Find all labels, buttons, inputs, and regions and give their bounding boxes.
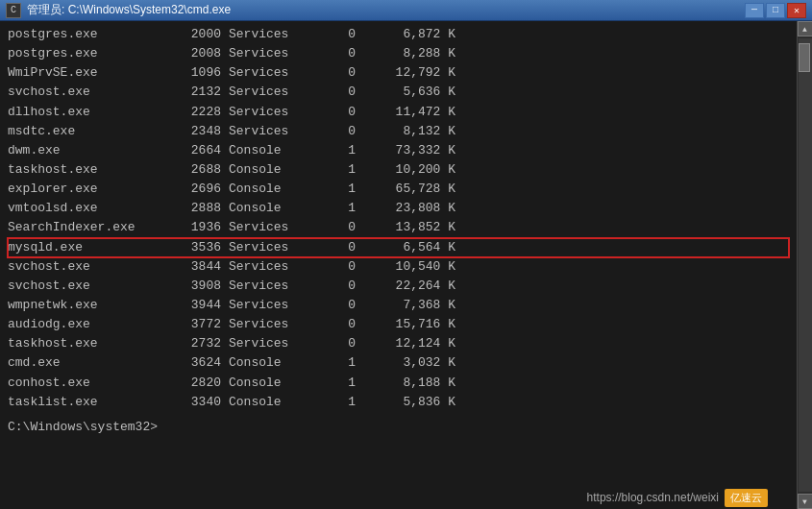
process-mem: 5,636 K — [363, 83, 459, 102]
process-list: postgres.exe 2000 Services 0 6,872 K pos… — [8, 25, 789, 412]
watermark-logo: 亿速云 — [725, 489, 768, 507]
scroll-thumb[interactable] — [799, 43, 810, 72]
process-pid: 2732 — [161, 334, 229, 353]
process-name: cmd.exe — [8, 353, 161, 373]
process-name: audiodg.exe — [8, 315, 161, 334]
table-row: taskhost.exe 2732 Services 0 12,124 K — [8, 334, 789, 353]
process-num: 1 — [325, 374, 363, 393]
table-row: wmpnetwk.exe 3944 Services 0 7,368 K — [8, 296, 789, 315]
process-session: Console — [229, 374, 325, 393]
process-num: 0 — [325, 122, 363, 141]
process-session: Console — [229, 199, 325, 218]
window-controls[interactable]: ─ □ ✕ — [745, 3, 806, 18]
minimize-button[interactable]: ─ — [745, 3, 764, 18]
scroll-up-arrow[interactable]: ▲ — [798, 21, 813, 36]
process-name: postgres.exe — [8, 44, 161, 63]
title-bar-left: C 管理员: C:\Windows\System32\cmd.exe — [6, 2, 231, 18]
process-num: 0 — [325, 296, 363, 315]
process-session: Console — [229, 180, 325, 199]
table-row: SearchIndexer.exe 1936 Services 0 13,852… — [8, 218, 789, 237]
process-pid: 3536 — [161, 238, 229, 257]
process-session: Services — [229, 44, 325, 63]
process-pid: 1096 — [161, 63, 229, 83]
process-num: 0 — [325, 334, 363, 353]
table-row: postgres.exe 2008 Services 0 8,288 K — [8, 44, 789, 63]
process-name: dllhost.exe — [8, 103, 161, 122]
process-name: conhost.exe — [8, 374, 161, 393]
table-row: msdtc.exe 2348 Services 0 8,132 K — [8, 122, 789, 141]
process-pid: 2348 — [161, 122, 229, 141]
table-row: svchost.exe 3844 Services 0 10,540 K — [8, 257, 789, 277]
scroll-down-arrow[interactable]: ▼ — [798, 494, 813, 509]
process-session: Services — [229, 277, 325, 296]
process-mem: 22,264 K — [363, 277, 459, 296]
table-row: dllhost.exe 2228 Services 0 11,472 K — [8, 103, 789, 122]
process-pid: 2228 — [161, 103, 229, 122]
process-mem: 10,540 K — [363, 257, 459, 277]
process-mem: 15,716 K — [363, 315, 459, 334]
process-pid: 2000 — [161, 25, 229, 44]
table-row: svchost.exe 2132 Services 0 5,636 K — [8, 83, 789, 102]
scroll-track[interactable] — [799, 38, 812, 492]
table-row: explorer.exe 2696 Console 1 65,728 K — [8, 180, 789, 199]
process-num: 0 — [325, 103, 363, 122]
process-name: wmpnetwk.exe — [8, 296, 161, 315]
table-row: mysqld.exe 3536 Services 0 6,564 K — [8, 238, 789, 257]
process-num: 1 — [325, 160, 363, 180]
cmd-icon: C — [6, 3, 21, 18]
maximize-button[interactable]: □ — [766, 3, 785, 18]
process-mem: 23,808 K — [363, 199, 459, 218]
process-name: WmiPrvSE.exe — [8, 63, 161, 83]
process-session: Services — [229, 103, 325, 122]
process-name: svchost.exe — [8, 83, 161, 102]
process-pid: 2664 — [161, 141, 229, 160]
process-mem: 11,472 K — [363, 103, 459, 122]
process-num: 1 — [325, 180, 363, 199]
process-name: vmtoolsd.exe — [8, 199, 161, 218]
table-row: vmtoolsd.exe 2888 Console 1 23,808 K — [8, 199, 789, 218]
process-num: 1 — [325, 393, 363, 412]
process-name: taskhost.exe — [8, 160, 161, 180]
process-session: Console — [229, 160, 325, 180]
process-session: Services — [229, 122, 325, 141]
process-mem: 13,852 K — [363, 218, 459, 237]
process-num: 1 — [325, 199, 363, 218]
scrollbar[interactable]: ▲ ▼ — [797, 21, 812, 509]
process-name: msdtc.exe — [8, 122, 161, 141]
process-num: 0 — [325, 238, 363, 257]
process-pid: 2820 — [161, 374, 229, 393]
table-row: conhost.exe 2820 Console 1 8,188 K — [8, 374, 789, 393]
close-button[interactable]: ✕ — [787, 3, 806, 18]
process-name: svchost.exe — [8, 257, 161, 277]
table-row: dwm.exe 2664 Console 1 73,332 K — [8, 141, 789, 160]
table-row: postgres.exe 2000 Services 0 6,872 K — [8, 25, 789, 44]
process-pid: 2688 — [161, 160, 229, 180]
process-num: 1 — [325, 141, 363, 160]
watermark-url: https://blog.csdn.net/weixi — [587, 491, 719, 504]
process-pid: 3844 — [161, 257, 229, 277]
process-pid: 3340 — [161, 393, 229, 412]
window-title: 管理员: C:\Windows\System32\cmd.exe — [27, 2, 231, 18]
process-mem: 12,792 K — [363, 63, 459, 83]
process-mem: 3,032 K — [363, 353, 459, 373]
process-mem: 8,132 K — [363, 122, 459, 141]
process-session: Services — [229, 315, 325, 334]
process-num: 0 — [325, 277, 363, 296]
process-mem: 10,200 K — [363, 160, 459, 180]
process-pid: 2696 — [161, 180, 229, 199]
process-num: 0 — [325, 63, 363, 83]
process-session: Services — [229, 63, 325, 83]
process-session: Services — [229, 238, 325, 257]
process-pid: 3624 — [161, 353, 229, 373]
process-name: svchost.exe — [8, 277, 161, 296]
process-num: 0 — [325, 83, 363, 102]
process-name: explorer.exe — [8, 180, 161, 199]
process-pid: 3908 — [161, 277, 229, 296]
process-num: 0 — [325, 315, 363, 334]
process-mem: 8,188 K — [363, 374, 459, 393]
watermark-bar: https://blog.csdn.net/weixi 亿速云 — [0, 486, 777, 509]
process-mem: 6,564 K — [363, 238, 459, 257]
process-num: 0 — [325, 218, 363, 237]
terminal-window: postgres.exe 2000 Services 0 6,872 K pos… — [0, 21, 812, 509]
process-name: postgres.exe — [8, 25, 161, 44]
